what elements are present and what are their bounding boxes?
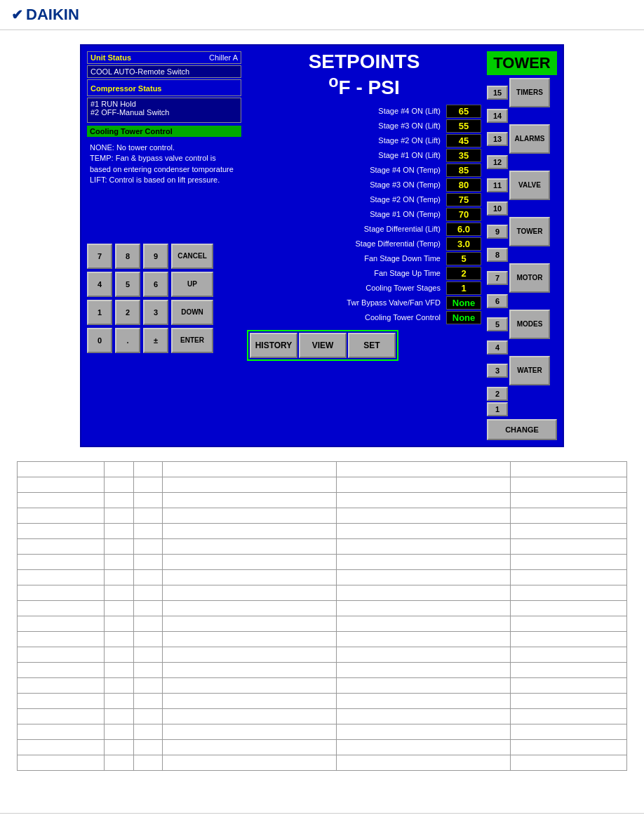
- table-row: [18, 694, 627, 709]
- key-6[interactable]: 6: [143, 272, 168, 297]
- num-button-13[interactable]: 13: [487, 132, 508, 146]
- table-cell: [162, 508, 336, 524]
- setpoint-value[interactable]: 70: [446, 208, 481, 221]
- num-button-6[interactable]: 6: [487, 294, 508, 308]
- center-area: SETPOINTS oF - PSI Stage #4 ON (Lift)65S…: [247, 51, 481, 440]
- key-5[interactable]: 5: [115, 272, 140, 297]
- num-button-7[interactable]: 7: [487, 271, 508, 285]
- set-button[interactable]: SET: [348, 333, 396, 358]
- table-cell: [133, 632, 162, 647]
- key-plusminus[interactable]: ±: [143, 328, 168, 353]
- setpoints-title: SETPOINTS oF - PSI: [247, 51, 481, 99]
- setpoint-value[interactable]: 2: [446, 267, 481, 280]
- table-cell: [162, 724, 336, 740]
- setpoint-value[interactable]: None: [446, 311, 481, 324]
- key-2[interactable]: 2: [115, 300, 140, 325]
- table-cell: [337, 663, 511, 678]
- num-button-12[interactable]: 12: [487, 155, 508, 169]
- setpoint-value[interactable]: 35: [446, 149, 481, 162]
- key-1[interactable]: 1: [87, 300, 112, 325]
- num-button-4[interactable]: 4: [487, 340, 508, 355]
- setpoint-value[interactable]: 45: [446, 134, 481, 147]
- side-button-water[interactable]: WATER: [509, 356, 550, 385]
- table-cell: [337, 524, 511, 539]
- key-3[interactable]: 3: [143, 300, 168, 325]
- table-cell: [133, 462, 162, 477]
- setpoint-value[interactable]: 80: [446, 178, 481, 192]
- num-button-11[interactable]: 11: [487, 178, 508, 192]
- side-button-alarms[interactable]: ALARMS: [509, 124, 550, 154]
- compressor-line2: #2 OFF-Manual Switch: [90, 108, 238, 117]
- table-cell: [105, 663, 133, 678]
- table-cell: [105, 616, 133, 632]
- table-cell: [133, 709, 162, 724]
- setpoint-value[interactable]: 6.0: [446, 223, 481, 236]
- table-cell: [162, 616, 336, 632]
- table-cell: [162, 694, 336, 709]
- table-cell: [337, 740, 511, 755]
- table-cell: [511, 508, 627, 524]
- table-cell: [133, 508, 162, 524]
- table-row: [18, 508, 627, 524]
- num-button-5[interactable]: 5: [487, 317, 508, 331]
- setpoint-value[interactable]: 5: [446, 252, 481, 265]
- setpoint-value[interactable]: 75: [446, 193, 481, 206]
- down-button[interactable]: DOWN: [171, 300, 213, 325]
- keypad-row-2: 4 5 6 UP: [87, 272, 241, 297]
- side-button-motor[interactable]: MOTOR: [509, 263, 550, 293]
- setpoint-value[interactable]: 1: [446, 282, 481, 295]
- setpoint-value[interactable]: 85: [446, 164, 481, 177]
- numbered-buttons: 15TIMERS1413ALARMS1211VALVE109TOWER87MOT…: [487, 78, 557, 416]
- table-cell: [105, 678, 133, 694]
- table-row: [18, 462, 627, 477]
- num-button-2[interactable]: 2: [487, 387, 508, 401]
- setpoint-value[interactable]: 65: [446, 105, 481, 118]
- table-cell: [18, 555, 105, 570]
- setpoint-value[interactable]: 3.0: [446, 237, 481, 251]
- key-0[interactable]: 0: [87, 328, 112, 353]
- table-cell: [18, 616, 105, 632]
- side-button-valve[interactable]: VALVE: [509, 171, 550, 200]
- key-7[interactable]: 7: [87, 244, 112, 269]
- table-cell: [133, 724, 162, 740]
- table-cell: [18, 493, 105, 508]
- table-cell: [105, 555, 133, 570]
- table-cell: [511, 724, 627, 740]
- enter-button[interactable]: ENTER: [171, 328, 213, 353]
- setpoint-value[interactable]: None: [446, 296, 481, 310]
- history-button[interactable]: HISTORY: [250, 333, 297, 358]
- view-button[interactable]: VIEW: [299, 333, 347, 358]
- table-cell: [133, 740, 162, 755]
- num-button-8[interactable]: 8: [487, 248, 508, 262]
- tower-title: TOWER: [487, 51, 557, 75]
- num-button-3[interactable]: 3: [487, 364, 508, 378]
- side-button-modes[interactable]: MODES: [509, 310, 550, 339]
- setpoint-label: Fan Stage Up Time: [247, 269, 443, 277]
- num-btn-row: 10: [487, 201, 557, 216]
- num-button-14[interactable]: 14: [487, 109, 508, 123]
- num-button-15[interactable]: 15: [487, 86, 508, 100]
- num-button-9[interactable]: 9: [487, 225, 508, 239]
- key-9[interactable]: 9: [143, 244, 168, 269]
- cancel-button[interactable]: CANCEL: [171, 244, 213, 269]
- table-cell: [162, 678, 336, 694]
- key-4[interactable]: 4: [87, 272, 112, 297]
- table-cell: [133, 694, 162, 709]
- side-button-timers[interactable]: TIMERS: [509, 78, 550, 107]
- table-cell: [337, 632, 511, 647]
- table-cell: [337, 585, 511, 601]
- table-cell: [133, 555, 162, 570]
- setpoint-value[interactable]: 55: [446, 119, 481, 133]
- table-cell: [337, 709, 511, 724]
- num-button-1[interactable]: 1: [487, 402, 508, 416]
- up-button[interactable]: UP: [171, 272, 213, 297]
- key-decimal[interactable]: .: [115, 328, 140, 353]
- side-button-tower[interactable]: TOWER: [509, 217, 550, 246]
- setpoint-row: Stage Differential (Temp)3.0: [247, 237, 481, 251]
- change-button[interactable]: CHANGE: [487, 419, 557, 440]
- num-button-10[interactable]: 10: [487, 201, 508, 216]
- key-8[interactable]: 8: [115, 244, 140, 269]
- table-cell: [133, 616, 162, 632]
- table-cell: [162, 477, 336, 493]
- table-cell: [105, 524, 133, 539]
